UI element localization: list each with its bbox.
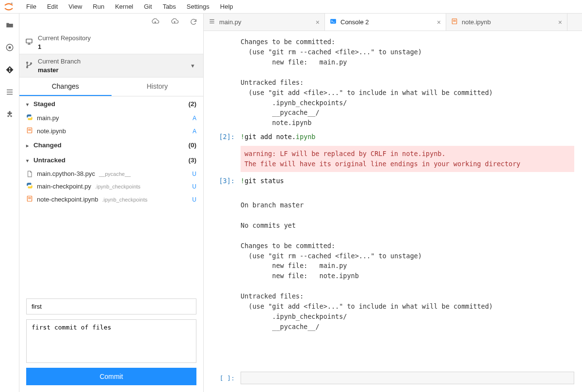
file-icon xyxy=(26,171,33,177)
cell-prompt xyxy=(204,37,241,128)
svg-rect-16 xyxy=(28,129,31,129)
svg-point-13 xyxy=(27,66,28,68)
editor-tab[interactable]: note.ipynb× xyxy=(446,14,567,31)
running-icon[interactable] xyxy=(5,43,15,52)
editor-tabstrip: main.py×Console 2×note.ipynb× xyxy=(204,14,582,31)
console-icon xyxy=(330,18,337,26)
file-status: U xyxy=(192,196,196,203)
git-icon[interactable] xyxy=(5,65,15,75)
section-changed-count: (0) xyxy=(189,141,197,149)
cell-body: On branch master No commits yet Changes … xyxy=(241,190,574,332)
file-name: main-checkpoint.py xyxy=(37,183,91,190)
python-icon xyxy=(26,182,33,190)
section-changed-title: Changed xyxy=(33,141,62,149)
menu-file[interactable]: File xyxy=(21,1,41,12)
branch-icon xyxy=(25,61,33,70)
branch-label: Current Branch xyxy=(38,57,81,66)
cell-body: warning: LF will be replaced by CRLF in … xyxy=(241,146,574,172)
file-name: note.ipynb xyxy=(37,127,66,135)
notebook-icon xyxy=(451,18,458,26)
repo-label: Current Repository xyxy=(38,34,91,43)
section-changed-header[interactable]: Changed (0) xyxy=(19,138,203,153)
cloud-push-icon[interactable] xyxy=(170,18,179,27)
menu-view[interactable]: View xyxy=(64,1,87,12)
cell-body: Changes to be committed: (use "git rm --… xyxy=(241,37,574,128)
editor-tab[interactable]: main.py× xyxy=(204,14,325,31)
file-row[interactable]: main.pyA xyxy=(19,111,203,125)
file-name: main.cpython-38.pyc xyxy=(37,170,95,177)
close-icon[interactable]: × xyxy=(558,18,562,26)
console-input[interactable] xyxy=(241,372,574,384)
file-row[interactable]: note.ipynbA xyxy=(19,125,203,138)
notebook-icon xyxy=(26,127,33,135)
refresh-icon[interactable] xyxy=(190,18,197,27)
svg-rect-17 xyxy=(28,130,31,131)
svg-rect-9 xyxy=(26,39,32,43)
svg-point-12 xyxy=(27,62,28,63)
git-side-panel: Current Repository 1 Current Branch mast… xyxy=(19,14,204,392)
console-input-prompt: [ ]: xyxy=(204,375,241,382)
svg-point-0 xyxy=(11,2,13,4)
branch-value: master xyxy=(38,66,81,75)
section-untracked-header[interactable]: Untracked (3) xyxy=(19,153,203,168)
section-staged-header[interactable]: Staged (2) xyxy=(19,96,203,111)
git-panel-toolbar xyxy=(19,14,203,31)
console-output: Changes to be committed: (use "git rm --… xyxy=(204,31,582,368)
cell-prompt xyxy=(204,190,241,332)
section-untracked-title: Untracked xyxy=(33,157,65,164)
file-row[interactable]: main.cpython-38.pyc__pycache__U xyxy=(19,168,203,180)
folder-icon[interactable] xyxy=(5,20,15,30)
activity-bar xyxy=(0,14,19,392)
hamburger-icon xyxy=(209,18,215,26)
cell-body: !git status xyxy=(241,176,574,186)
python-icon xyxy=(26,114,33,122)
menubar: FileEditViewRunKernelGitTabsSettingsHelp xyxy=(0,0,582,14)
cell-body: !git add note.ipynb xyxy=(241,132,574,142)
file-row[interactable]: note-checkpoint.ipynb.ipynb_checkpointsU xyxy=(19,193,203,206)
file-status: A xyxy=(193,115,196,122)
file-subpath: .ipynb_checkpoints xyxy=(95,184,141,189)
chevron-down-icon: ▾ xyxy=(191,62,194,69)
svg-rect-2 xyxy=(8,47,11,49)
editor-tab[interactable]: Console 2× xyxy=(325,14,446,31)
file-subpath: .ipynb_checkpoints xyxy=(102,197,147,203)
file-row[interactable]: main-checkpoint.py.ipynb_checkpointsU xyxy=(19,180,203,193)
close-icon[interactable]: × xyxy=(437,18,441,26)
cell-prompt: [2]: xyxy=(204,132,241,142)
tab-changes[interactable]: Changes xyxy=(19,78,112,96)
commit-button[interactable]: Commit xyxy=(26,368,196,385)
svg-rect-5 xyxy=(9,68,10,71)
svg-rect-19 xyxy=(28,197,31,198)
current-repository-block[interactable]: Current Repository 1 xyxy=(19,31,203,54)
tab-label: note.ipynb xyxy=(462,18,491,26)
menu-settings[interactable]: Settings xyxy=(182,1,214,12)
menu-tabs[interactable]: Tabs xyxy=(158,1,180,12)
editor-area: main.py×Console 2×note.ipynb× Changes to… xyxy=(204,14,582,392)
commit-summary-input[interactable] xyxy=(26,298,196,314)
svg-point-14 xyxy=(31,63,32,64)
svg-rect-26 xyxy=(453,20,456,20)
menu-kernel[interactable]: Kernel xyxy=(110,1,138,12)
toc-icon[interactable] xyxy=(5,87,15,97)
tab-label: Console 2 xyxy=(340,18,369,26)
file-name: main.py xyxy=(37,114,59,122)
svg-rect-20 xyxy=(28,199,31,199)
notebook-icon xyxy=(26,195,33,204)
file-name: note-checkpoint.ipynb xyxy=(37,196,98,203)
tab-label: main.py xyxy=(219,18,242,26)
menu-help[interactable]: Help xyxy=(215,1,238,12)
cloud-pull-icon[interactable] xyxy=(151,18,160,27)
commit-description-input[interactable]: first commit of files xyxy=(26,319,196,363)
menu-git[interactable]: Git xyxy=(139,1,157,12)
menu-run[interactable]: Run xyxy=(88,1,109,12)
close-icon[interactable]: × xyxy=(316,18,320,26)
svg-rect-24 xyxy=(330,19,336,23)
section-staged-count: (2) xyxy=(189,100,197,108)
cell-prompt xyxy=(204,146,241,172)
jupyter-logo-icon xyxy=(3,1,15,13)
tab-history[interactable]: History xyxy=(112,78,204,96)
current-branch-block[interactable]: Current Branch master ▾ xyxy=(19,54,203,78)
file-subpath: __pycache__ xyxy=(99,171,130,177)
extensions-icon[interactable] xyxy=(5,110,15,119)
menu-edit[interactable]: Edit xyxy=(42,1,63,12)
